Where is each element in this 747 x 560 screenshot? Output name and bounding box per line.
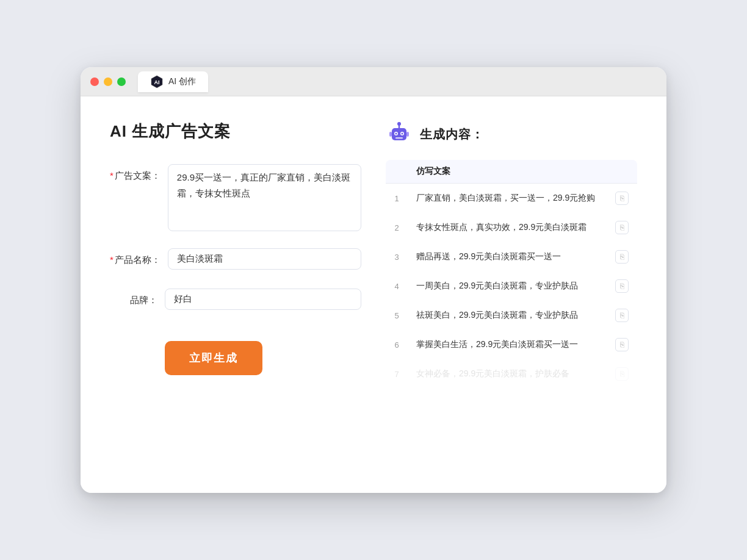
svg-rect-11 [406,132,409,137]
required-star-1: * [110,170,114,181]
required-star-2: * [110,254,114,265]
row-number: 6 [386,330,408,359]
row-text: 专抹女性斑点，真实功效，29.9元美白淡斑霜 [408,213,607,242]
row-number: 1 [386,184,408,213]
brand-input[interactable] [165,289,361,310]
copy-cell: ⎘ [607,359,637,389]
svg-point-8 [402,133,403,135]
row-text: 厂家直销，美白淡斑霜，买一送一，29.9元抢购 [408,184,607,213]
traffic-light-close[interactable] [90,77,99,86]
page-title: AI 生成广告文案 [110,121,361,142]
copy-cell: ⎘ [607,271,637,301]
table-row: 3赠品再送，29.9元美白淡斑霜买一送一⎘ [386,242,637,271]
traffic-lights [90,77,126,86]
brand-label: 品牌： [110,289,165,312]
ai-tab-icon: AI [150,75,164,88]
copy-button[interactable]: ⎘ [615,367,629,381]
table-row: 2专抹女性斑点，真实功效，29.9元美白淡斑霜⎘ [386,213,637,242]
svg-point-3 [397,122,401,126]
copy-button[interactable]: ⎘ [615,250,629,264]
copy-button[interactable]: ⎘ [615,309,629,322]
traffic-light-fullscreen[interactable] [117,77,126,86]
row-number: 2 [386,213,408,242]
table-row: 4一周美白，29.9元美白淡斑霜，专业护肤品⎘ [386,271,637,301]
col-text-header: 仿写文案 [408,160,607,184]
row-number: 7 [386,359,408,389]
copy-button[interactable]: ⎘ [615,192,629,205]
left-panel: AI 生成广告文案 *广告文案： 29.9买一送一，真正的厂家直销，美白淡斑霜，… [110,121,361,468]
svg-point-7 [395,133,397,135]
copy-cell: ⎘ [607,213,637,242]
row-text: 一周美白，29.9元美白淡斑霜，专业护肤品 [408,271,607,301]
traffic-light-minimize[interactable] [104,77,112,86]
col-num-header [386,160,408,184]
product-name-input[interactable] [168,248,361,270]
table-row: 7女神必备，29.9元美白淡斑霜，护肤必备⎘ [386,359,637,389]
tab-label: AI 创作 [168,76,196,87]
browser-titlebar: AI AI 创作 [81,67,666,96]
browser-content: AI 生成广告文案 *广告文案： 29.9买一送一，真正的厂家直销，美白淡斑霜，… [81,96,666,493]
row-text: 祛斑美白，29.9元美白淡斑霜，专业护肤品 [408,301,607,330]
product-name-row: *产品名称： [110,248,361,271]
row-text: 掌握美白生活，29.9元美白淡斑霜买一送一 [408,330,607,359]
result-header: 生成内容： [386,121,637,148]
svg-text:AI: AI [154,79,160,85]
browser-tab[interactable]: AI AI 创作 [138,71,208,92]
copy-button[interactable]: ⎘ [615,279,629,293]
result-title: 生成内容： [420,126,484,143]
generate-button[interactable]: 立即生成 [165,341,262,375]
row-text: 女神必备，29.9元美白淡斑霜，护肤必备 [408,359,607,389]
result-table: 仿写文案 1厂家直销，美白淡斑霜，买一送一，29.9元抢购⎘2专抹女性斑点，真实… [386,160,637,389]
product-name-label: *产品名称： [110,248,168,271]
copy-button[interactable]: ⎘ [615,338,629,351]
copy-cell: ⎘ [607,330,637,359]
row-text: 赠品再送，29.9元美白淡斑霜买一送一 [408,242,607,271]
copy-button[interactable]: ⎘ [615,221,629,234]
col-action-header [607,160,637,184]
row-number: 5 [386,301,408,330]
table-row: 6掌握美白生活，29.9元美白淡斑霜买一送一⎘ [386,330,637,359]
robot-icon [386,121,413,148]
copy-cell: ⎘ [607,242,637,271]
ad-copy-row: *广告文案： 29.9买一送一，真正的厂家直销，美白淡斑霜，专抹女性斑点 [110,164,361,231]
table-row: 1厂家直销，美白淡斑霜，买一送一，29.9元抢购⎘ [386,184,637,213]
table-row: 5祛斑美白，29.9元美白淡斑霜，专业护肤品⎘ [386,301,637,330]
svg-rect-10 [389,132,392,137]
svg-rect-9 [395,137,403,139]
right-panel: 生成内容： 仿写文案 1厂家直销，美白淡斑霜，买一送一，29.9元抢购⎘ [386,121,637,468]
row-number: 4 [386,271,408,301]
ad-copy-input[interactable]: 29.9买一送一，真正的厂家直销，美白淡斑霜，专抹女性斑点 [168,164,361,231]
row-number: 3 [386,242,408,271]
copy-cell: ⎘ [607,301,637,330]
brand-row: 品牌： [110,289,361,312]
ad-copy-label: *广告文案： [110,164,168,187]
copy-cell: ⎘ [607,184,637,213]
